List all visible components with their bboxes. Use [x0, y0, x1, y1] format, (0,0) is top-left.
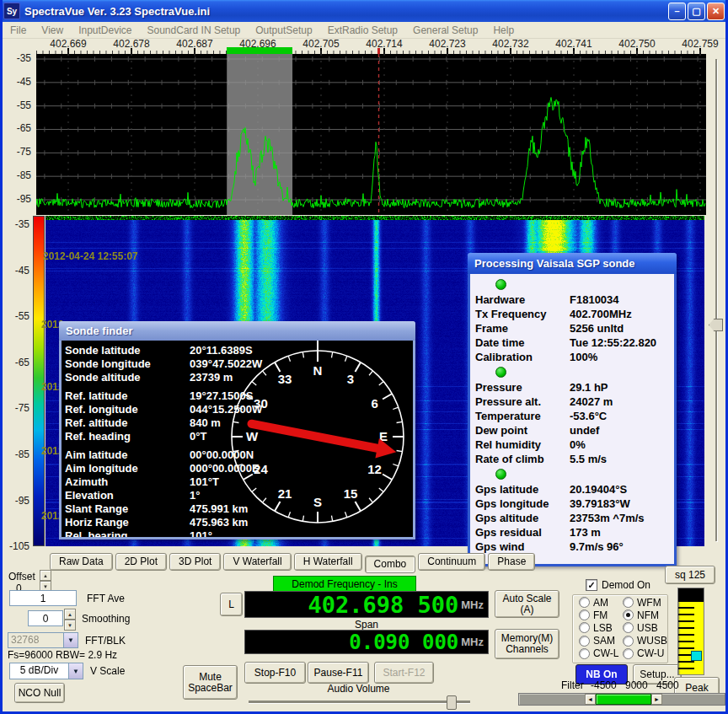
stop-button[interactable]: Stop-F10: [244, 662, 306, 684]
smoothing-input[interactable]: [28, 610, 63, 626]
display-tab[interactable]: Phase: [488, 553, 535, 571]
waterfall-db-label: -45: [3, 265, 29, 276]
display-tab[interactable]: Continuum: [418, 553, 485, 571]
offset-spinner[interactable]: ▲▼: [40, 570, 51, 592]
telemetry-row: Pressure alt.24027 m: [475, 395, 674, 409]
mode-radio-sam[interactable]: SAM: [579, 635, 618, 647]
close-button[interactable]: ✕: [707, 3, 725, 20]
menu-item[interactable]: View: [34, 23, 71, 38]
v-scale-combo[interactable]: 5 dB/Div▼: [9, 663, 83, 679]
title-bar[interactable]: Sy SpectraVue Ver. 3.23 SpectraVue.ini –…: [0, 0, 728, 22]
scroll-left-icon[interactable]: ◄: [585, 694, 596, 705]
demod-on-checkbox[interactable]: ✓ Demod On: [586, 579, 650, 591]
menu-item[interactable]: OutputSetup: [248, 23, 319, 38]
minimize-button[interactable]: –: [668, 3, 686, 20]
waterfall-db-label: -65: [3, 357, 29, 368]
display-tab[interactable]: 3D Plot: [169, 553, 221, 571]
svg-text:N: N: [313, 363, 323, 378]
checkbox-check-icon: ✓: [586, 579, 597, 591]
display-tab[interactable]: V Waterfall: [223, 553, 291, 571]
fft-blk-label: FFT/BLK: [85, 635, 126, 647]
menu-item[interactable]: General Setup: [405, 23, 485, 38]
filter-scroll-thumb[interactable]: [596, 694, 651, 705]
pause-button[interactable]: Pause-F11: [308, 662, 369, 684]
processing-window[interactable]: Processing Vaisala SGP sonde HardwareF18…: [468, 253, 677, 566]
memory-channels-button[interactable]: Memory(M) Channels: [495, 629, 559, 659]
lock-button[interactable]: L: [220, 593, 243, 616]
mute-button[interactable]: Mute SpaceBar: [183, 665, 238, 700]
audio-volume-thumb[interactable]: [447, 695, 457, 710]
sonde-finder-titlebar[interactable]: Sonde finder: [59, 321, 415, 341]
spectravue-window: Sy SpectraVue Ver. 3.23 SpectraVue.ini –…: [0, 0, 728, 714]
telemetry-row: Frame5256 unltd: [475, 321, 674, 336]
audio-volume-slider[interactable]: [249, 701, 470, 703]
radio-icon: [579, 636, 590, 647]
spectrum-db-label: -85: [3, 169, 31, 181]
filter-scrollbar[interactable]: ◄ ►: [518, 693, 725, 706]
menu-item[interactable]: SoundCard IN Setup: [140, 23, 249, 38]
svg-text:12: 12: [367, 462, 382, 476]
menu-item[interactable]: ExtRadio Setup: [320, 23, 405, 38]
telemetry-row: Calibration100%: [475, 350, 674, 364]
mode-radio-usb[interactable]: USB: [623, 621, 667, 634]
reference-slider-thumb[interactable]: [709, 319, 723, 331]
waterfall-db-label: -55: [3, 310, 29, 322]
mode-radio-wfm[interactable]: WFM: [623, 596, 667, 609]
squelch-button[interactable]: sq 125: [665, 566, 715, 584]
mode-column-right: WFMNFMUSBWUSBCW-U: [623, 596, 667, 660]
mode-radio-am[interactable]: AM: [579, 596, 618, 609]
spectrum-db-label: -35: [3, 52, 31, 64]
sonde-finder-title: Sonde finder: [66, 325, 132, 337]
status-led-icon: [495, 469, 506, 480]
nco-null-button[interactable]: NCO Null: [14, 683, 65, 703]
maximize-button[interactable]: ▢: [688, 3, 705, 20]
display-tab[interactable]: Raw Data: [50, 553, 113, 571]
radio-icon: [623, 597, 634, 608]
mode-radio-nfm[interactable]: NFM: [623, 609, 667, 621]
svg-text:15: 15: [344, 486, 358, 501]
telemetry-row: Temperature-53.6°C: [475, 409, 674, 423]
display-tab[interactable]: 2D Plot: [115, 553, 167, 571]
mode-radio-lsb[interactable]: LSB: [579, 621, 618, 634]
sonde-finder-window[interactable]: Sonde finder Sonde latitude20°11.6389SSo…: [59, 321, 415, 540]
scroll-right-icon[interactable]: ►: [651, 694, 662, 705]
start-button[interactable]: Start-F12: [374, 662, 434, 684]
telemetry-row: Pressure29.1 hP: [475, 380, 674, 395]
auto-scale-button[interactable]: Auto Scale (A): [495, 590, 559, 618]
meter-peak-zone: [678, 588, 704, 602]
spectrum-db-label: -65: [3, 122, 31, 134]
menu-item[interactable]: Help: [485, 23, 522, 38]
menu-item[interactable]: InputDevice: [71, 23, 139, 38]
svg-text:33: 33: [278, 372, 292, 386]
telemetry-row: Gps longitude39.79183°W: [475, 497, 674, 511]
mode-radio-cw-u[interactable]: CW-U: [623, 647, 667, 660]
squelch-marker[interactable]: [691, 651, 702, 661]
demod-band-marker[interactable]: [227, 47, 292, 54]
fft-ave-input[interactable]: [9, 590, 77, 606]
menu-bar: FileViewInputDeviceSoundCard IN SetupOut…: [3, 22, 725, 39]
reference-slider-track[interactable]: [715, 59, 717, 541]
mode-radio-cw-l[interactable]: CW-L: [579, 647, 618, 660]
display-tab[interactable]: H Waterfall: [294, 553, 362, 571]
smoothing-spinner[interactable]: ▲▼: [64, 609, 76, 631]
mode-radio-fm[interactable]: FM: [579, 609, 618, 621]
frequency-display[interactable]: 402.698 500 MHz: [244, 591, 489, 618]
waterfall-db-label: -75: [3, 402, 29, 414]
svg-text:21: 21: [278, 486, 292, 501]
menu-item[interactable]: File: [3, 23, 34, 38]
svg-text:6: 6: [371, 396, 377, 411]
display-tab[interactable]: Combo: [365, 556, 416, 573]
chevron-down-icon: ▼: [63, 633, 78, 647]
radio-icon: [623, 609, 634, 620]
spectrum-trace: [36, 54, 706, 215]
span-display[interactable]: 0.090 000 MHz: [244, 630, 489, 654]
mode-radio-wusb[interactable]: WUSB: [623, 635, 667, 647]
processing-titlebar[interactable]: Processing Vaisala SGP sonde: [468, 253, 677, 274]
status-led-icon: [495, 279, 506, 290]
span-label: Span: [244, 619, 489, 631]
fft-ave-label: FFT Ave: [87, 593, 125, 604]
telemetry-row: Gps residual173 m: [475, 525, 674, 540]
fft-blk-combo[interactable]: 32768▼: [8, 632, 78, 648]
chevron-down-icon: ▼: [68, 663, 83, 679]
demod-frequency-label: Demod Frequency - Ins: [273, 576, 416, 592]
